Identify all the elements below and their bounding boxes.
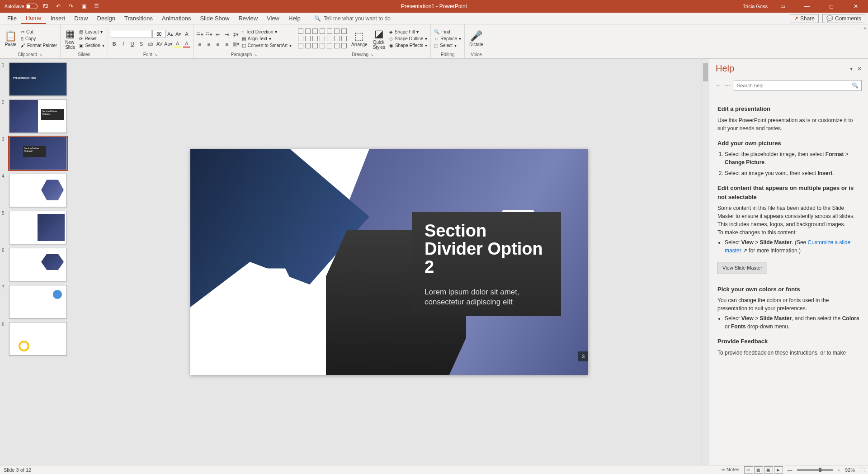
fit-to-window-icon[interactable]: ⛶: [859, 467, 864, 473]
redo-icon[interactable]: ↷: [66, 2, 75, 11]
zoom-slider[interactable]: [797, 469, 833, 471]
shadow-button[interactable]: ab: [147, 40, 154, 47]
touch-mode-icon[interactable]: ☰: [92, 2, 101, 11]
slideshow-view-icon[interactable]: ▶: [774, 466, 783, 474]
maximize-icon[interactable]: ◻: [822, 0, 841, 13]
slide-sorter-icon[interactable]: ▦: [754, 466, 763, 474]
present-from-start-icon[interactable]: ▣: [79, 2, 88, 11]
tab-view[interactable]: View: [262, 13, 284, 24]
bold-button[interactable]: B: [111, 40, 118, 47]
align-center-button[interactable]: ≡: [205, 41, 212, 48]
align-right-button[interactable]: ≡: [214, 41, 222, 48]
new-slide-button[interactable]: ▦New Slide: [63, 26, 77, 52]
align-text-button[interactable]: ▤Align Text▾: [241, 36, 292, 42]
thumbnail-3[interactable]: Section Divider Option 2: [9, 137, 67, 170]
comments-button[interactable]: 💬Comments: [822, 14, 865, 23]
slide-counter[interactable]: Slide 3 of 12: [4, 467, 31, 473]
columns-button[interactable]: ▥▾: [232, 41, 240, 48]
search-icon[interactable]: 🔍: [852, 82, 859, 89]
char-spacing-button[interactable]: AV: [156, 40, 163, 47]
reset-button[interactable]: ⟳Reset: [79, 36, 104, 42]
help-close-icon[interactable]: ✕: [857, 66, 862, 72]
drawing-launcher-icon[interactable]: ↘: [370, 52, 374, 57]
thumbnail-1[interactable]: Presentation Title: [9, 62, 67, 96]
highlight-button[interactable]: A: [174, 40, 181, 47]
help-search-input[interactable]: [737, 83, 852, 88]
normal-view-icon[interactable]: ▭: [744, 466, 753, 474]
minimize-icon[interactable]: —: [797, 0, 816, 13]
copy-button[interactable]: ⎘Copy: [20, 36, 57, 42]
tell-me-search[interactable]: 🔍 Tell me what you want to do: [314, 15, 391, 22]
thumbnail-8[interactable]: [9, 322, 67, 356]
underline-button[interactable]: U: [129, 40, 136, 47]
thumbnail-2[interactable]: Section Divider Option 1: [9, 100, 67, 133]
clipboard-launcher-icon[interactable]: ↘: [39, 52, 42, 57]
numbering-button[interactable]: ☲▾: [205, 31, 212, 38]
save-icon[interactable]: 🖫: [41, 2, 50, 11]
tab-design[interactable]: Design: [93, 13, 120, 24]
slide-title[interactable]: Section Divider Option 2: [425, 222, 548, 276]
decrease-font-icon[interactable]: A▾: [175, 30, 182, 38]
select-button[interactable]: ⬚Select▾: [434, 43, 462, 48]
slide-canvas[interactable]: Section Divider Option 2 Lorem ipsum dol…: [190, 149, 588, 375]
clear-formatting-icon[interactable]: A̷: [183, 30, 190, 38]
replace-button[interactable]: ↔Replace▾: [434, 36, 462, 42]
tab-draw[interactable]: Draw: [70, 13, 92, 24]
font-launcher-icon[interactable]: ↘: [154, 52, 158, 57]
arrange-button[interactable]: ⬚Arrange: [349, 26, 369, 52]
close-icon[interactable]: ✕: [846, 0, 865, 13]
decrease-indent-button[interactable]: ⇤: [214, 31, 222, 38]
tab-insert[interactable]: Insert: [46, 13, 70, 24]
font-name-input[interactable]: [111, 30, 151, 38]
layout-button[interactable]: ▤Layout▾: [79, 29, 104, 35]
zoom-level[interactable]: 92%: [845, 467, 855, 473]
thumbnail-7[interactable]: [9, 285, 67, 318]
font-size-input[interactable]: [152, 30, 166, 38]
tab-help[interactable]: Help: [284, 13, 305, 24]
share-button[interactable]: ↗Share: [790, 14, 819, 23]
shape-outline-button[interactable]: ◇Shape Outline▾: [389, 36, 428, 42]
line-spacing-button[interactable]: ‡▾: [232, 31, 240, 38]
reading-view-icon[interactable]: ▣: [764, 466, 773, 474]
paste-button[interactable]: 📋Paste: [3, 26, 19, 52]
zoom-in-icon[interactable]: +: [838, 467, 840, 473]
cut-button[interactable]: ✂Cut: [20, 29, 57, 35]
thumbnail-6[interactable]: [9, 248, 67, 281]
user-name[interactable]: Tricia Goss: [743, 4, 768, 9]
help-options-icon[interactable]: ▾: [850, 66, 853, 72]
justify-button[interactable]: ≡: [223, 41, 231, 48]
slide-text-box[interactable]: Section Divider Option 2 Lorem ipsum dol…: [412, 212, 561, 316]
align-left-button[interactable]: ≡: [196, 41, 203, 48]
find-button[interactable]: 🔍Find: [434, 29, 462, 35]
slide-body[interactable]: Lorem ipsum dolor sit amet, consectetur …: [425, 287, 548, 307]
increase-indent-button[interactable]: ⇥: [223, 31, 231, 38]
shape-effects-button[interactable]: ◉Shape Effects▾: [389, 43, 428, 48]
notes-button[interactable]: ≐ Notes: [721, 467, 740, 473]
zoom-out-icon[interactable]: —: [788, 467, 793, 473]
tab-animations[interactable]: Animations: [157, 13, 195, 24]
tab-file[interactable]: File: [3, 13, 21, 24]
italic-button[interactable]: I: [120, 40, 127, 47]
undo-icon[interactable]: ↶: [54, 2, 63, 11]
dictate-button[interactable]: 🎤Dictate: [467, 26, 485, 52]
thumbnail-4[interactable]: [9, 174, 67, 207]
font-color-button[interactable]: A: [183, 40, 190, 47]
shapes-gallery[interactable]: [298, 28, 348, 49]
convert-smartart-button[interactable]: ◫Convert to SmartArt▾: [241, 43, 292, 48]
tab-review[interactable]: Review: [234, 13, 262, 24]
slide-editor[interactable]: Section Divider Option 2 Lorem ipsum dol…: [77, 59, 702, 465]
bullets-button[interactable]: ☰▾: [196, 31, 203, 38]
tab-home[interactable]: Home: [21, 13, 46, 24]
tab-slide-show[interactable]: Slide Show: [195, 13, 234, 24]
section-button[interactable]: ▣Section▾: [79, 43, 104, 48]
change-case-button[interactable]: Aa▾: [165, 40, 172, 47]
help-more-icon[interactable]: ⋯: [725, 82, 730, 89]
ribbon-display-icon[interactable]: ▭: [773, 0, 792, 13]
shape-fill-button[interactable]: ◈Shape Fill▾: [389, 29, 428, 35]
quick-styles-button[interactable]: ◪Quick Styles: [371, 26, 387, 52]
help-back-icon[interactable]: ←: [716, 82, 721, 89]
autosave-toggle[interactable]: AutoSave: [5, 4, 38, 9]
increase-font-icon[interactable]: A▴: [167, 30, 174, 38]
editor-scrollbar[interactable]: [702, 59, 709, 465]
view-slide-master-button[interactable]: View Slide Master: [717, 262, 767, 274]
